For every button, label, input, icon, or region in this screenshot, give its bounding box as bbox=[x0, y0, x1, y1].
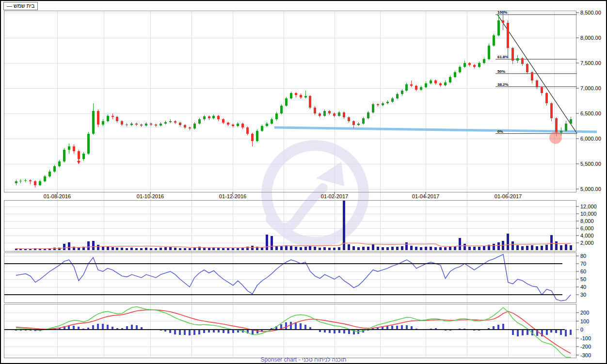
svg-text:5,500.00: 5,500.00 bbox=[580, 161, 601, 167]
svg-text:12,000: 12,000 bbox=[580, 204, 597, 209]
svg-text:100: 100 bbox=[580, 318, 589, 324]
support-line[interactable] bbox=[274, 127, 597, 132]
svg-text:100%: 100% bbox=[497, 10, 507, 15]
legend-series[interactable]: — בית שמש bbox=[3, 2, 38, 10]
svg-text:-100: -100 bbox=[580, 335, 591, 341]
svg-text:70: 70 bbox=[580, 261, 586, 267]
svg-text:8,000.00: 8,000.00 bbox=[580, 35, 601, 41]
svg-text:50%: 50% bbox=[497, 69, 505, 74]
svg-text:4,000: 4,000 bbox=[580, 233, 594, 238]
svg-text:6,500.00: 6,500.00 bbox=[580, 111, 601, 116]
watermark-logo bbox=[267, 145, 364, 242]
candlestick-series bbox=[15, 14, 572, 188]
svg-text:200: 200 bbox=[580, 310, 589, 316]
svg-text:7,500.00: 7,500.00 bbox=[580, 60, 601, 66]
svg-text:01-06-2017: 01-06-2017 bbox=[495, 193, 522, 199]
svg-text:8,000: 8,000 bbox=[580, 218, 594, 224]
highlight-circle bbox=[549, 131, 562, 144]
svg-text:2,000: 2,000 bbox=[580, 240, 594, 246]
svg-text:01-04-2017: 01-04-2017 bbox=[412, 193, 439, 199]
macd-line bbox=[16, 307, 571, 357]
series-line-icon: — bbox=[7, 3, 12, 9]
svg-text:01-12-2016: 01-12-2016 bbox=[219, 193, 246, 199]
svg-text:01-02-2017: 01-02-2017 bbox=[321, 193, 348, 199]
svg-text:60: 60 bbox=[580, 269, 586, 274]
svg-text:10,000: 10,000 bbox=[580, 211, 597, 217]
svg-text:0%: 0% bbox=[497, 129, 503, 134]
rsi-line bbox=[16, 254, 571, 301]
trendline[interactable] bbox=[497, 15, 577, 133]
y-axis-labels: 8,500.008,000.007,500.007,000.006,500.00… bbox=[576, 10, 601, 358]
svg-text:8,500.00: 8,500.00 bbox=[580, 10, 601, 16]
svg-text:61.8%: 61.8% bbox=[497, 55, 509, 59]
svg-text:6,000.00: 6,000.00 bbox=[580, 136, 601, 142]
svg-text:30: 30 bbox=[580, 292, 586, 298]
svg-text:38.2%: 38.2% bbox=[497, 82, 509, 87]
svg-text:7,000.00: 7,000.00 bbox=[580, 85, 601, 91]
svg-text:0: 0 bbox=[580, 327, 583, 332]
x-axis-labels: 01-08-201601-10-201601-12-201601-02-2017… bbox=[44, 192, 522, 199]
svg-text:01-10-2016: 01-10-2016 bbox=[137, 193, 164, 199]
svg-text:50: 50 bbox=[580, 276, 586, 282]
panel-borders bbox=[4, 11, 576, 358]
svg-text:5,000.00: 5,000.00 bbox=[580, 186, 601, 192]
svg-text:-200: -200 bbox=[580, 344, 591, 349]
chart-window: — בית שמש 100%61.8%50%38.2%0%8,500.008,0… bbox=[0, 0, 607, 364]
series-label: בית שמש bbox=[14, 3, 34, 9]
gridlines bbox=[4, 11, 575, 357]
svg-text:6,000: 6,000 bbox=[580, 225, 594, 231]
reference-lines bbox=[4, 264, 565, 330]
footer-caption: Sponser chart - תוכנה לניתוח טכני bbox=[1, 357, 606, 363]
svg-text:40: 40 bbox=[580, 284, 586, 290]
svg-text:80: 80 bbox=[580, 253, 586, 259]
svg-text:01-08-2016: 01-08-2016 bbox=[44, 193, 71, 199]
chart-canvas[interactable]: 100%61.8%50%38.2%0%8,500.008,000.007,500… bbox=[1, 1, 606, 363]
